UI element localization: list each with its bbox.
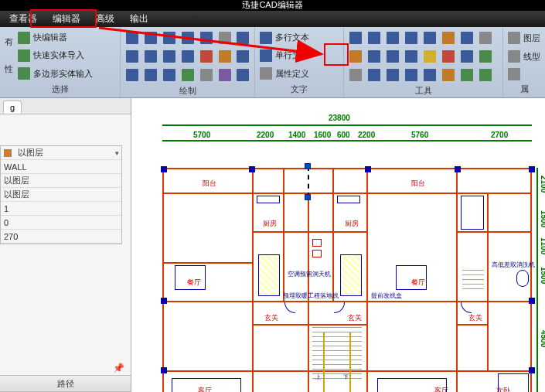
tool-paste-icon[interactable] bbox=[440, 29, 457, 46]
title-bar: 迅捷CAD编辑器 bbox=[0, 0, 545, 11]
tool-b4-icon[interactable] bbox=[403, 66, 420, 84]
prop-angle[interactable]: 270 bbox=[1, 230, 121, 244]
draw-t7-icon[interactable] bbox=[235, 66, 252, 84]
draw-region-icon[interactable] bbox=[235, 48, 252, 65]
draw-line-icon[interactable] bbox=[124, 29, 141, 46]
tool-mirror-icon[interactable] bbox=[403, 29, 420, 46]
tool-array-icon[interactable] bbox=[440, 48, 457, 65]
tool-b8-icon[interactable] bbox=[477, 66, 494, 84]
draw-rect-icon[interactable] bbox=[161, 29, 178, 46]
draw-point-icon[interactable] bbox=[216, 29, 233, 46]
drawing-canvas[interactable]: 23800 5700 2200 1400 1600 600 2200 5760 … bbox=[131, 98, 545, 392]
pin-icon[interactable]: 📌 bbox=[0, 363, 131, 373]
quick-entity-import[interactable]: 快速实体导入 bbox=[16, 49, 94, 63]
attr-definition[interactable]: 属性定义 bbox=[258, 66, 340, 80]
dim-r4: 4500 bbox=[540, 330, 545, 347]
draw-spline-icon[interactable] bbox=[198, 29, 215, 46]
polygon-entity-input[interactable]: 多边形实体输入 bbox=[16, 66, 94, 80]
tool-t16-icon[interactable] bbox=[477, 48, 494, 65]
draw-t4-icon[interactable] bbox=[179, 66, 196, 84]
menu-bar: 查看器 编辑器 高级 输出 bbox=[0, 11, 545, 27]
tool-fillet-icon[interactable] bbox=[384, 48, 401, 65]
group-tools-label: 工具 bbox=[347, 84, 499, 99]
menu-output[interactable]: 输出 bbox=[122, 11, 156, 27]
color-swatch-icon bbox=[4, 149, 12, 157]
label-entry3: 玄关 bbox=[468, 313, 482, 323]
label-entry1: 玄关 bbox=[264, 313, 278, 323]
draw-t2-icon[interactable] bbox=[142, 66, 159, 84]
draw-cloud-icon[interactable] bbox=[235, 29, 252, 46]
menu-viewer[interactable]: 查看器 bbox=[2, 11, 45, 27]
quick-editor[interactable]: 快编辑器 bbox=[16, 31, 94, 45]
tool-b3-icon[interactable] bbox=[384, 66, 401, 84]
dropdown-icon[interactable]: ▾ bbox=[113, 149, 121, 157]
tool-b6-icon[interactable] bbox=[440, 66, 457, 84]
prop-lweight[interactable]: 以图层 bbox=[1, 188, 121, 202]
prop-scale[interactable]: 1 bbox=[1, 202, 121, 216]
label-down: 下 bbox=[343, 373, 349, 381]
group-text-label: 文字 bbox=[258, 82, 340, 97]
attr-linetype[interactable]: 线型 bbox=[506, 49, 542, 63]
doc-tab[interactable]: g bbox=[3, 101, 22, 114]
draw-t6-icon[interactable] bbox=[216, 66, 233, 84]
prop-elev[interactable]: 0 bbox=[1, 216, 121, 230]
label-entry2: 玄关 bbox=[348, 313, 362, 323]
draw-polyline-icon[interactable] bbox=[142, 29, 159, 46]
tool-b5-icon[interactable] bbox=[421, 66, 438, 84]
draw-circle-icon[interactable] bbox=[124, 48, 141, 65]
dim-s6: 5760 bbox=[411, 131, 428, 139]
tool-scale-icon[interactable] bbox=[384, 29, 401, 46]
prop-layer[interactable]: WALL bbox=[1, 160, 121, 174]
draw-xline-icon[interactable] bbox=[198, 48, 215, 65]
tool-copy-icon[interactable] bbox=[421, 29, 438, 46]
dim-seg-line bbox=[162, 140, 532, 141]
dim-total-line bbox=[162, 124, 532, 126]
select-prop[interactable]: 性 bbox=[3, 63, 15, 76]
draw-arc-icon[interactable] bbox=[179, 29, 196, 46]
grip-bottom[interactable] bbox=[305, 194, 311, 200]
floor-plan: 阳台 阳台 厨房 厨房 餐厅 餐厅 空调预留洞天机 预埋取暖工程落地线 提前改线… bbox=[162, 168, 532, 392]
dim-r3: 1500 bbox=[540, 267, 545, 284]
menu-editor[interactable]: 编辑器 bbox=[45, 11, 88, 27]
draw-donut-icon[interactable] bbox=[161, 48, 178, 65]
tool-t15-icon[interactable] bbox=[458, 48, 475, 65]
dim-s4: 600 bbox=[337, 131, 350, 139]
draw-t3-icon[interactable] bbox=[161, 66, 178, 84]
dim-r0: 2100 bbox=[540, 176, 545, 193]
attr-layer[interactable]: 图层 bbox=[506, 31, 542, 45]
draw-ray-icon[interactable] bbox=[179, 48, 196, 65]
tool-rotate-icon[interactable] bbox=[366, 29, 383, 46]
draw-ellipse-icon[interactable] bbox=[142, 48, 159, 65]
menu-advanced[interactable]: 高级 bbox=[88, 11, 122, 27]
label-balcony2: 阳台 bbox=[411, 179, 425, 189]
properties-grid: 以图层▾ WALL 以图层 以图层 1 0 270 bbox=[0, 145, 122, 244]
grip-top[interactable] bbox=[305, 163, 311, 169]
multiline-text[interactable]: 多行文本 bbox=[258, 31, 340, 45]
tool-b1-icon[interactable] bbox=[347, 66, 364, 84]
group-tools: 工具 bbox=[344, 27, 503, 97]
tool-chamfer-icon[interactable] bbox=[403, 48, 420, 65]
prop-ltype[interactable]: 以图层 bbox=[1, 174, 121, 188]
prop-color[interactable]: 以图层▾ bbox=[1, 146, 121, 160]
tool-t8-icon[interactable] bbox=[477, 29, 494, 46]
dim-r2: 1100 bbox=[540, 237, 545, 254]
label-kitchen2: 厨房 bbox=[345, 219, 359, 229]
tool-b2-icon[interactable] bbox=[366, 66, 383, 84]
select-has[interactable]: 有 bbox=[3, 36, 15, 49]
doc-tabstrip: g bbox=[0, 98, 131, 114]
tool-trim-icon[interactable] bbox=[347, 48, 364, 65]
tool-offset-icon[interactable] bbox=[421, 48, 438, 65]
group-select: 有 性 快编辑器 快速实体导入 多边形实体输入 选择 bbox=[0, 27, 121, 97]
draw-t5-icon[interactable] bbox=[198, 66, 215, 84]
tool-extend-icon[interactable] bbox=[366, 48, 383, 65]
path-bar[interactable]: 路径 bbox=[0, 375, 131, 392]
draw-hatch-icon[interactable] bbox=[216, 48, 233, 65]
tool-t7-icon[interactable] bbox=[458, 29, 475, 46]
tool-b7-icon[interactable] bbox=[458, 66, 475, 84]
singleline-text[interactable]: 单行文本 bbox=[258, 49, 340, 63]
attr-extra[interactable] bbox=[506, 68, 542, 80]
dim-s1: 2200 bbox=[257, 131, 274, 139]
tool-move-icon[interactable] bbox=[347, 29, 364, 46]
dim-r-line bbox=[536, 168, 538, 392]
draw-t1-icon[interactable] bbox=[124, 66, 141, 84]
